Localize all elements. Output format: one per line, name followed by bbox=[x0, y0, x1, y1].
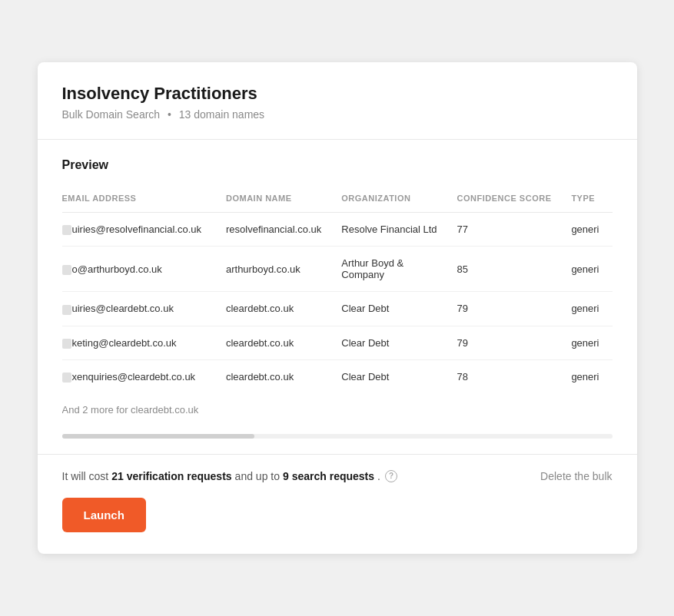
type-cell: generi bbox=[571, 359, 612, 393]
type-cell: generi bbox=[571, 326, 612, 359]
confidence-cell: 78 bbox=[457, 359, 572, 393]
card-footer: It will cost 21 verification requests an… bbox=[38, 454, 637, 554]
more-results-text: And 2 more for cleardebt.co.uk bbox=[62, 393, 613, 431]
confidence-cell: 79 bbox=[457, 326, 572, 359]
info-middle: and up to bbox=[235, 470, 280, 482]
table-container: EMAIL ADDRESS DOMAIN NAME ORGANIZATION C… bbox=[62, 187, 613, 453]
subtitle-prefix: Bulk Domain Search bbox=[62, 108, 161, 121]
scrollbar-container[interactable] bbox=[62, 431, 613, 454]
launch-button[interactable]: Launch bbox=[62, 498, 146, 532]
confidence-cell: 77 bbox=[457, 213, 572, 247]
col-organization: ORGANIZATION bbox=[341, 187, 457, 213]
type-cell: generi bbox=[571, 292, 612, 326]
email-cell: uiries@cleardebt.co.uk bbox=[62, 292, 226, 326]
table-header-row: EMAIL ADDRESS DOMAIN NAME ORGANIZATION C… bbox=[62, 187, 613, 213]
help-icon[interactable]: ? bbox=[385, 470, 397, 482]
organization-cell: Resolve Financial Ltd bbox=[341, 213, 457, 247]
email-cell: keting@cleardebt.co.uk bbox=[62, 326, 226, 359]
preview-section: Preview EMAIL ADDRESS DOMAIN NAME ORGANI… bbox=[38, 140, 637, 453]
preview-title: Preview bbox=[62, 158, 613, 172]
organization-cell: Clear Debt bbox=[341, 292, 457, 326]
scrollbar-track[interactable] bbox=[62, 434, 613, 439]
col-confidence: CONFIDENCE SCORE bbox=[457, 187, 572, 213]
subtitle-suffix: 13 domain names bbox=[179, 108, 264, 121]
email-blur bbox=[62, 339, 71, 349]
email-blur bbox=[62, 373, 71, 383]
email-cell: o@arthurboyd.co.uk bbox=[62, 247, 226, 292]
email-blur bbox=[62, 225, 71, 235]
domain-cell: cleardebt.co.uk bbox=[226, 359, 341, 393]
domain-cell: resolvefinancial.co.uk bbox=[226, 213, 341, 247]
email-blur bbox=[62, 265, 71, 275]
organization-cell: Clear Debt bbox=[341, 326, 457, 359]
type-cell: generi bbox=[571, 247, 612, 292]
col-type: TYPE bbox=[571, 187, 612, 213]
confidence-cell: 79 bbox=[457, 292, 572, 326]
col-domain: DOMAIN NAME bbox=[226, 187, 341, 213]
page-title: Insolvency Practitioners bbox=[62, 84, 613, 104]
footer-info: It will cost 21 verification requests an… bbox=[62, 470, 613, 482]
table-row: xenquiries@cleardebt.co.uk cleardebt.co.… bbox=[62, 359, 613, 393]
table-row: keting@cleardebt.co.uk cleardebt.co.uk C… bbox=[62, 326, 613, 359]
results-table: EMAIL ADDRESS DOMAIN NAME ORGANIZATION C… bbox=[62, 187, 613, 392]
organization-cell: Arthur Boyd &Company bbox=[341, 247, 457, 292]
domain-cell: cleardebt.co.uk bbox=[226, 292, 341, 326]
subtitle-dot: • bbox=[168, 108, 171, 121]
table-row: uiries@resolvefinancial.co.uk resolvefin… bbox=[62, 213, 613, 247]
footer-info-text: It will cost 21 verification requests an… bbox=[62, 470, 397, 482]
scrollbar-thumb[interactable] bbox=[62, 434, 255, 439]
search-count: 9 search requests bbox=[283, 470, 374, 482]
info-suffix: . bbox=[377, 470, 380, 482]
organization-cell: Clear Debt bbox=[341, 359, 457, 393]
delete-bulk-button[interactable]: Delete the bulk bbox=[540, 470, 612, 482]
email-blur bbox=[62, 305, 71, 315]
type-cell: generi bbox=[571, 213, 612, 247]
table-row: uiries@cleardebt.co.uk cleardebt.co.uk C… bbox=[62, 292, 613, 326]
card-header: Insolvency Practitioners Bulk Domain Sea… bbox=[38, 62, 637, 140]
email-cell: uiries@resolvefinancial.co.uk bbox=[62, 213, 226, 247]
col-email: EMAIL ADDRESS bbox=[62, 187, 226, 213]
domain-cell: cleardebt.co.uk bbox=[226, 326, 341, 359]
email-cell: xenquiries@cleardebt.co.uk bbox=[62, 359, 226, 393]
info-prefix: It will cost bbox=[62, 470, 109, 482]
table-row: o@arthurboyd.co.uk arthurboyd.co.uk Arth… bbox=[62, 247, 613, 292]
card-subtitle: Bulk Domain Search • 13 domain names bbox=[62, 108, 613, 121]
verification-count: 21 verification requests bbox=[111, 470, 231, 482]
domain-cell: arthurboyd.co.uk bbox=[226, 247, 341, 292]
confidence-cell: 85 bbox=[457, 247, 572, 292]
main-card: Insolvency Practitioners Bulk Domain Sea… bbox=[38, 62, 637, 553]
